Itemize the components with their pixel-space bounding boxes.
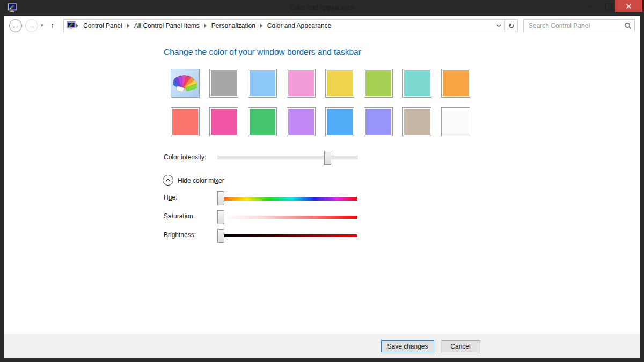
color-swatch[interactable]	[248, 69, 277, 98]
window-frame: Color and Appearance ← → ▾ ↑	[0, 0, 644, 362]
swatch-color	[288, 109, 314, 135]
chevron-down-icon	[496, 24, 501, 27]
address-bar[interactable]: Control Panel All Control Panel Items Pe…	[63, 19, 518, 32]
color-intensity-slider[interactable]	[324, 151, 331, 165]
color-swatch[interactable]	[402, 107, 431, 136]
hide-color-mixer-button[interactable]	[163, 175, 173, 186]
swatch-color	[327, 109, 353, 135]
color-swatch[interactable]	[325, 107, 354, 136]
titlebar[interactable]: Color and Appearance	[0, 0, 644, 16]
history-dropdown-icon[interactable]: ▾	[41, 23, 43, 28]
color-swatch[interactable]	[402, 69, 431, 98]
breadcrumb-all-control-panel-items[interactable]: All Control Panel Items	[130, 22, 204, 29]
color-intensity-label: Color intensity:	[164, 153, 206, 161]
color-swatch[interactable]	[364, 69, 393, 98]
close-button[interactable]	[615, 0, 642, 12]
page-title: Change the color of your window borders …	[164, 47, 361, 57]
up-button[interactable]: ↑	[50, 20, 55, 29]
swatch-color	[288, 70, 314, 96]
brightness-label: Brightness:	[164, 231, 196, 239]
saturation-slider[interactable]	[217, 210, 224, 224]
color-intensity-track[interactable]	[217, 156, 358, 160]
swatch-color	[327, 70, 353, 96]
address-dropdown-button[interactable]	[493, 20, 504, 32]
hide-color-mixer-label[interactable]: Hide color mixer	[178, 177, 224, 184]
maximize-icon[interactable]	[605, 4, 612, 10]
color-swatch[interactable]	[248, 107, 277, 136]
color-swatch[interactable]	[441, 107, 470, 136]
color-appearance-location-icon	[67, 21, 76, 30]
color-swatch[interactable]	[171, 107, 200, 136]
swatch-color	[250, 109, 275, 135]
color-swatch[interactable]	[287, 107, 316, 136]
swatch-color	[443, 109, 469, 135]
swatch-color	[404, 70, 430, 96]
automatic-color-swatch[interactable]	[171, 69, 200, 98]
breadcrumb-personalization[interactable]: Personalization	[207, 22, 260, 29]
window-body: ← → ▾ ↑ Control Panel All Co	[4, 16, 640, 358]
breadcrumb-color-and-appearance[interactable]: Color and Appearance	[263, 22, 335, 29]
navigation-bar: ← → ▾ ↑ Control Panel All Co	[4, 16, 640, 35]
swatch-color	[211, 109, 237, 135]
save-changes-button[interactable]: Save changes	[381, 340, 434, 352]
search-box	[523, 19, 635, 32]
hue-slider[interactable]	[217, 191, 224, 205]
hue-track[interactable]	[224, 197, 357, 201]
swatch-color	[365, 109, 391, 135]
color-swatch[interactable]	[325, 69, 354, 98]
breadcrumb-control-panel[interactable]: Control Panel	[79, 22, 127, 29]
window-title: Color and Appearance	[0, 4, 644, 11]
brightness-track[interactable]	[224, 234, 357, 237]
color-swatch[interactable]	[364, 107, 393, 136]
brightness-slider[interactable]	[217, 229, 224, 243]
swatch-color	[172, 109, 198, 135]
breadcrumb-arrow-icon	[204, 24, 207, 28]
swatch-color	[250, 70, 275, 96]
saturation-track[interactable]	[224, 216, 357, 219]
search-icon	[624, 22, 632, 29]
breadcrumb-arrow-icon	[76, 24, 78, 28]
swatch-color	[365, 70, 391, 96]
color-swatch[interactable]	[209, 107, 238, 136]
color-fan-icon	[173, 71, 197, 95]
hue-label: Hue:	[164, 194, 177, 201]
swatch-color	[211, 70, 237, 96]
refresh-button[interactable]: ↻	[505, 20, 517, 32]
back-button[interactable]: ←	[9, 19, 22, 32]
forward-button[interactable]: →	[25, 19, 38, 32]
saturation-label: Saturation:	[164, 212, 195, 220]
breadcrumb-arrow-icon	[127, 24, 129, 28]
cancel-button[interactable]: Cancel	[441, 340, 480, 352]
color-swatch[interactable]	[287, 69, 316, 98]
search-button[interactable]	[621, 20, 634, 32]
swatch-color	[404, 109, 430, 135]
color-swatch[interactable]	[209, 69, 238, 98]
swatch-color	[443, 70, 469, 96]
color-swatch[interactable]	[441, 69, 470, 98]
minimize-icon[interactable]	[588, 6, 594, 7]
color-swatch-grid	[171, 69, 470, 136]
footer-bar: Save changes Cancel	[4, 334, 640, 358]
search-input[interactable]	[524, 22, 621, 29]
breadcrumb-arrow-icon	[260, 24, 262, 28]
breadcrumb: Control Panel All Control Panel Items Pe…	[76, 20, 335, 32]
chevron-up-icon	[165, 179, 171, 182]
close-icon	[626, 3, 632, 9]
